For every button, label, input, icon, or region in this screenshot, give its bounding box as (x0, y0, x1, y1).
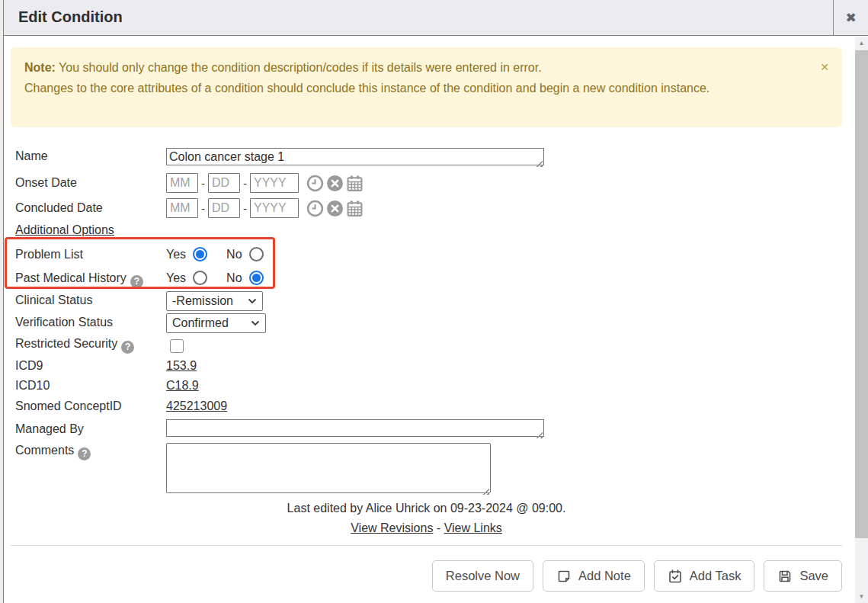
clinical-status-label: Clinical Status (15, 293, 92, 307)
additional-options-row: Additional Options (0, 223, 842, 246)
footer-button-row: Resolve Now Add Note Add Task Save (432, 560, 842, 592)
links-separator: - (437, 521, 440, 534)
icd10-row: ICD10 C18.9 (0, 379, 842, 402)
view-revisions-link[interactable]: View Revisions (351, 521, 433, 534)
onset-day-input[interactable] (208, 173, 240, 193)
footer-divider (11, 545, 842, 546)
date-separator: - (243, 177, 247, 190)
clock-icon[interactable] (306, 200, 324, 217)
verification-status-row: Verification Status Confirmed (0, 313, 842, 336)
last-edited-text: Last edited by Alice Uhrick on 09-23-202… (11, 502, 842, 515)
clear-date-icon[interactable] (326, 175, 344, 192)
dialog-title: Edit Condition (18, 8, 123, 26)
icd9-code-link[interactable]: 153.9 (166, 359, 197, 373)
problem-list-yes-label: Yes (166, 248, 186, 261)
concluded-month-input[interactable] (166, 198, 198, 218)
note-banner: Note: You should only change the conditi… (11, 47, 842, 127)
add-note-label: Add Note (578, 569, 631, 583)
note-dismiss-icon[interactable]: ✕ (820, 57, 829, 78)
revision-links: View Revisions - View Links (11, 521, 842, 535)
onset-date-label: Onset Date (15, 176, 77, 190)
name-row: Name Colon cancer stage 1 (0, 148, 842, 171)
add-task-label: Add Task (690, 569, 741, 583)
concluded-date-label: Concluded Date (15, 201, 103, 215)
scrollbar[interactable]: ▲ ▼ (855, 37, 868, 603)
restricted-security-label: Restricted Security? (15, 337, 134, 354)
icd10-code-link[interactable]: C18.9 (166, 379, 199, 393)
name-input[interactable]: Colon cancer stage 1 (166, 148, 544, 165)
date-separator: - (243, 202, 247, 215)
dialog-titlebar: Edit Condition ✖ (4, 0, 868, 36)
verification-status-value: Confirmed (172, 316, 229, 330)
icd9-label: ICD9 (15, 359, 43, 373)
note-label: Note: (24, 61, 56, 74)
snomed-code-link[interactable]: 425213009 (166, 399, 227, 413)
calendar-icon[interactable] (346, 200, 364, 217)
verification-status-select[interactable]: Confirmed (166, 313, 266, 333)
verification-status-label: Verification Status (15, 316, 113, 329)
icd10-label: ICD10 (15, 379, 50, 393)
comments-textarea[interactable] (166, 443, 491, 493)
save-icon (777, 569, 793, 584)
past-medical-history-yes-label: Yes (166, 271, 186, 285)
restricted-security-row: Restricted Security? (0, 336, 842, 359)
close-button[interactable]: ✖ (834, 0, 868, 36)
help-icon[interactable]: ? (121, 341, 134, 354)
name-label: Name (15, 149, 48, 163)
resolve-now-label: Resolve Now (446, 569, 520, 583)
resolve-now-button[interactable]: Resolve Now (432, 560, 533, 592)
close-icon: ✖ (845, 10, 856, 26)
chevron-down-icon (248, 298, 257, 304)
concluded-date-row: Concluded Date - - (0, 198, 842, 221)
save-button[interactable]: Save (764, 560, 842, 592)
clinical-status-select[interactable]: -Remission (166, 291, 263, 311)
view-links-link[interactable]: View Links (444, 521, 502, 534)
past-medical-history-yes-radio[interactable] (193, 271, 207, 285)
scrollbar-thumb[interactable] (855, 50, 868, 538)
concluded-day-input[interactable] (208, 198, 240, 218)
scroll-up-arrow-icon[interactable]: ▲ (855, 37, 868, 50)
concluded-year-input[interactable] (250, 198, 299, 218)
clinical-status-value: -Remission (172, 294, 233, 308)
additional-options-link[interactable]: Additional Options (15, 223, 114, 237)
save-label: Save (799, 569, 828, 583)
problem-list-yes-radio[interactable] (193, 247, 207, 261)
scroll-down-arrow-icon[interactable]: ▼ (855, 590, 868, 603)
past-medical-history-label: Past Medical History? (15, 271, 143, 288)
managed-by-label: Managed By (15, 422, 84, 436)
restricted-security-checkbox[interactable] (170, 339, 184, 353)
past-medical-history-row: Past Medical History? Yes No (0, 269, 842, 292)
comments-row: Comments? (0, 442, 842, 496)
onset-year-input[interactable] (250, 173, 299, 193)
calendar-check-icon (668, 569, 683, 584)
edit-condition-dialog: Edit Condition ✖ Note: You should only c… (0, 0, 868, 603)
managed-by-row: Managed By (0, 419, 842, 442)
clear-date-icon[interactable] (326, 200, 344, 217)
clock-icon[interactable] (306, 175, 324, 192)
help-icon[interactable]: ? (130, 275, 143, 288)
add-note-button[interactable]: Add Note (543, 560, 645, 592)
chevron-down-icon (251, 320, 260, 326)
add-task-button[interactable]: Add Task (654, 560, 755, 592)
problem-list-label: Problem List (15, 248, 83, 261)
past-medical-history-no-label: No (226, 271, 242, 285)
help-icon[interactable]: ? (78, 447, 91, 460)
past-medical-history-no-radio[interactable] (249, 271, 264, 285)
date-separator: - (201, 177, 205, 190)
note-text: You should only change the condition des… (24, 61, 709, 95)
note-icon (556, 569, 572, 584)
calendar-icon[interactable] (346, 175, 364, 192)
problem-list-no-label: No (226, 248, 242, 261)
onset-month-input[interactable] (166, 173, 198, 193)
problem-list-row: Problem List Yes No (0, 245, 842, 268)
managed-by-input[interactable] (166, 419, 544, 437)
onset-date-row: Onset Date - - (0, 173, 842, 196)
comments-label: Comments? (15, 444, 91, 460)
date-separator: - (201, 202, 205, 215)
clinical-status-row: Clinical Status -Remission (0, 291, 842, 314)
problem-list-no-radio[interactable] (249, 247, 264, 261)
snomed-label: Snomed ConceptID (15, 399, 122, 413)
